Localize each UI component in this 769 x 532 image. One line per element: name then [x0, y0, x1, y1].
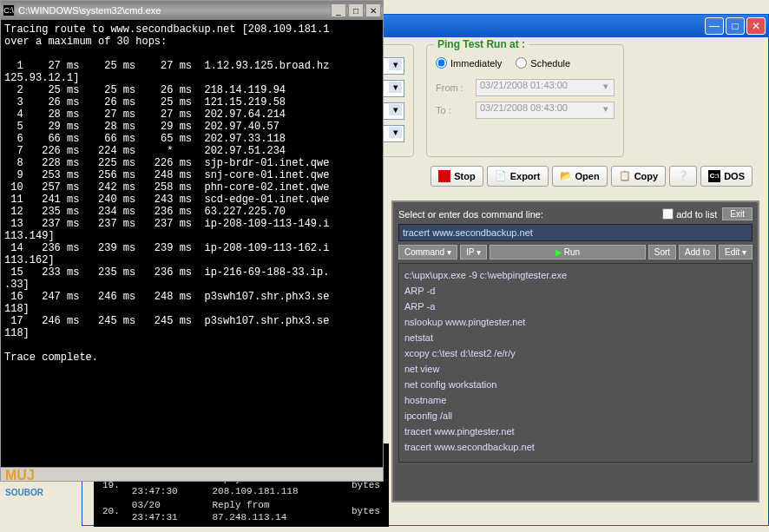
list-item[interactable]: nslookup www.pingtester.net — [403, 314, 748, 330]
list-item[interactable]: ARP -a — [403, 299, 748, 314]
list-item[interactable]: c:\upx\upx.exe -9 c:\webpingtester.exe — [403, 267, 748, 283]
to-label: To : — [436, 105, 470, 115]
dos-edit-dropdown[interactable]: Edit ▾ — [719, 245, 753, 259]
pingtest-title: Ping Test Run at : — [434, 38, 529, 50]
list-item[interactable]: xcopy c:\test d:\test2 /e/r/y — [403, 345, 748, 361]
cmd-output: Tracing route to www.secondbackup.net [2… — [1, 20, 383, 467]
dos-button[interactable]: C:\DOS — [700, 166, 753, 187]
cmd-title: C:\WINDOWS\system32\cmd.exe — [18, 5, 331, 16]
from-date[interactable]: 03/21/2008 01:43:00 — [476, 79, 615, 96]
schedule-radio[interactable]: Schedule — [516, 57, 570, 69]
list-item[interactable]: hostname — [403, 392, 748, 408]
dos-addto-button[interactable]: Add to — [679, 245, 716, 259]
cmd-window: C:\ C:\WINDOWS\system32\cmd.exe _ □ ✕ Tr… — [0, 0, 384, 482]
dos-ip-dropdown[interactable]: IP ▾ — [460, 245, 487, 259]
list-item[interactable]: ipconfig /all — [403, 408, 748, 424]
dos-prompt-label: Select or enter dos command line: — [398, 209, 657, 220]
cmd-maximize-button[interactable]: □ — [348, 3, 364, 17]
cmd-minimize-button[interactable]: _ — [331, 3, 346, 17]
list-item[interactable]: netstat — [403, 330, 748, 345]
export-icon: 📄 — [495, 170, 507, 182]
help-button[interactable]: ❔ — [669, 166, 697, 187]
close-button[interactable]: ✕ — [746, 17, 766, 35]
cmd-titlebar[interactable]: C:\ C:\WINDOWS\system32\cmd.exe _ □ ✕ — [1, 1, 383, 20]
dos-panel: Select or enter dos command line: add to… — [391, 200, 759, 502]
dos-exit-button[interactable]: Exit — [722, 207, 753, 220]
dos-sort-button[interactable]: Sort — [648, 245, 676, 259]
dos-command-input[interactable] — [398, 224, 753, 241]
cmd-close-button[interactable]: ✕ — [365, 3, 381, 17]
dos-command-list[interactable]: c:\upx\upx.exe -9 c:\webpingtester.exeAR… — [398, 263, 753, 463]
list-item[interactable]: tracert www.secondbackup.net — [403, 439, 748, 455]
dos-icon: C:\ — [708, 170, 720, 182]
list-item[interactable]: net view — [403, 361, 748, 377]
stop-button[interactable]: Stop — [431, 166, 483, 187]
cmd-scrollbar[interactable] — [1, 467, 383, 481]
folder-icon: 📂 — [560, 170, 572, 182]
dos-run-button[interactable]: Run — [490, 245, 646, 259]
cmd-icon: C:\ — [3, 4, 15, 16]
copy-icon: 📋 — [619, 170, 631, 182]
list-item[interactable]: net config workstation — [403, 377, 748, 392]
minimize-button[interactable]: — — [705, 17, 724, 35]
immediately-radio[interactable]: Immediately — [436, 57, 502, 69]
list-item[interactable]: tracert www.pingtester.net — [403, 424, 748, 439]
from-label: From : — [436, 82, 470, 93]
open-button[interactable]: 📂Open — [552, 166, 608, 187]
to-date[interactable]: 03/21/2008 08:43:00 — [476, 102, 615, 119]
help-icon: ❔ — [677, 170, 689, 182]
dos-command-dropdown[interactable]: Command ▾ — [398, 245, 457, 259]
copy-button[interactable]: 📋Copy — [611, 166, 667, 187]
addlist-checkbox[interactable]: add to list — [662, 208, 717, 220]
export-button[interactable]: 📄Export — [487, 166, 549, 187]
list-item[interactable]: ARP -d — [403, 283, 748, 299]
pingtest-panel: Ping Test Run at : Immediately Schedule … — [426, 44, 624, 157]
maximize-button[interactable]: □ — [726, 17, 745, 35]
watermark: MUJSOUBOR — [5, 468, 43, 499]
